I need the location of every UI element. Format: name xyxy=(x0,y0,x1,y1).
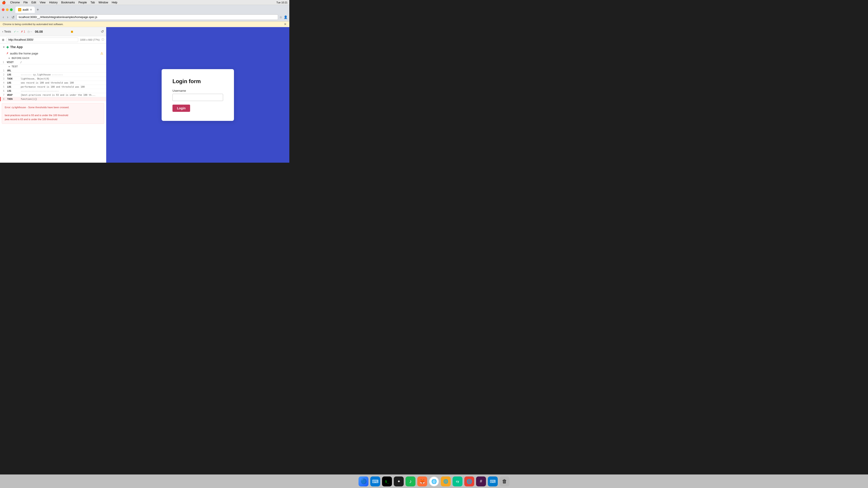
menu-bookmarks[interactable]: Bookmarks xyxy=(61,1,75,4)
before-each-commands: 1 VISIT / xyxy=(0,60,106,64)
command-row-log2[interactable]: 4 LOG seo record is 100 and threshold wa… xyxy=(0,81,106,85)
info-icon: ⓘ xyxy=(101,38,104,41)
command-row-then-highlighted[interactable]: 8 THEN function(){} xyxy=(0,97,106,101)
back-to-tests-button[interactable]: ‹ Tests xyxy=(2,30,11,33)
cmd-type: LOG xyxy=(6,81,20,85)
cmd-type: TASK xyxy=(6,77,20,81)
tab-favicon: cy xyxy=(18,8,21,11)
cmd-detail: [best-practices record is 93 and is unde… xyxy=(20,93,106,97)
command-row-log4[interactable]: 6 LOG ---------------------------- xyxy=(0,89,106,93)
pass-stat: ✓ -- xyxy=(14,30,19,33)
suite-chevron-icon[interactable]: ▼ xyxy=(3,46,5,48)
cmd-detail: function(){} xyxy=(20,97,106,101)
fail-count: 1 xyxy=(24,30,25,33)
test-name-label: audits the home page xyxy=(10,52,38,55)
forward-button[interactable]: › xyxy=(6,15,9,20)
automation-banner: Chrome is being controlled by automated … xyxy=(0,22,289,27)
menu-edit[interactable]: Edit xyxy=(31,1,36,4)
cmd-num: 2 xyxy=(0,73,6,77)
suite-status-icon: ◆ xyxy=(6,45,9,49)
close-button[interactable] xyxy=(2,8,4,11)
test-fail-icon: ✗ xyxy=(6,52,8,55)
menu-history[interactable]: History xyxy=(49,1,58,4)
menubar-right: Tue 10:21 xyxy=(276,1,287,4)
before-each-label: BEFORE EACH xyxy=(11,57,29,59)
test-tree: ▼ ◆ The App ✗ audits the home page ⚠ ▼ B… xyxy=(0,43,106,163)
cypress-toolbar: ‹ Tests ✓ -- ✗ 1 ◷ -- 06.08 ⏹ ↺ xyxy=(0,27,106,36)
command-row-task[interactable]: 3 TASK lighthouse, Object{4} xyxy=(0,77,106,81)
cmd-num: 7 xyxy=(0,93,6,97)
tab-bar: cy audit ✕ + xyxy=(0,5,289,13)
stop-button[interactable]: ⏹ xyxy=(70,30,73,33)
cmd-num: 1 xyxy=(0,69,6,73)
cmd-type: WRAP xyxy=(6,93,20,97)
maximize-button[interactable] xyxy=(10,8,13,11)
cmd-detail: performance record is 100 and threshold … xyxy=(20,85,106,89)
menu-window[interactable]: Window xyxy=(98,1,108,4)
command-row-log3[interactable]: 5 LOG performance record is 100 and thre… xyxy=(0,85,106,89)
test-item[interactable]: ✗ audits the home page ⚠ xyxy=(0,51,106,56)
minimize-button[interactable] xyxy=(6,8,8,11)
fail-stat: ✗ 1 xyxy=(21,30,25,33)
command-row-wrap[interactable]: 7 WRAP [best-practices record is 93 and … xyxy=(0,93,106,97)
suite-name: The App xyxy=(10,45,23,49)
command-row-log1[interactable]: 2 LOG -------- cy.lighthouse -------- xyxy=(0,73,106,77)
menu-people[interactable]: People xyxy=(79,1,87,4)
new-tab-button[interactable]: + xyxy=(37,7,39,12)
test-stats: ✓ -- ✗ 1 ◷ -- xyxy=(14,30,32,33)
app-panel: Login form Username Login xyxy=(106,27,289,163)
cmd-type: LOG xyxy=(6,85,20,89)
tab-close-icon[interactable]: ✕ xyxy=(30,8,32,11)
menu-chrome[interactable]: Chrome xyxy=(10,1,20,4)
before-each-header[interactable]: ▼ BEFORE EACH xyxy=(0,56,106,60)
cypress-url-bar: ⊕ 1000 x 660 (77%) ⓘ xyxy=(0,36,106,43)
pending-count: -- xyxy=(30,30,32,33)
main-area: ‹ Tests ✓ -- ✗ 1 ◷ -- 06.08 ⏹ ↺ xyxy=(0,27,289,163)
active-tab[interactable]: cy audit ✕ xyxy=(16,6,35,13)
cmd-num: 5 xyxy=(0,85,6,89)
target-icon: ⊕ xyxy=(2,38,4,41)
cmd-num: 6 xyxy=(0,89,6,93)
cmd-detail xyxy=(20,69,106,73)
pass-count: -- xyxy=(17,30,19,33)
pending-icon: ◷ xyxy=(27,30,30,33)
test-section-header[interactable]: ▼ TEST xyxy=(0,64,106,69)
menu-help[interactable]: Help xyxy=(112,1,117,4)
back-icon: ‹ xyxy=(2,30,3,33)
username-input[interactable] xyxy=(173,94,223,101)
check-icon: ✓ xyxy=(14,30,16,33)
username-label: Username xyxy=(173,89,223,92)
menubar-time: Tue 10:21 xyxy=(276,1,287,4)
reload-button[interactable]: ↺ xyxy=(101,29,104,34)
address-input[interactable] xyxy=(17,14,278,20)
cmd-detail: / xyxy=(19,60,106,64)
error-box: Error: cy.lighthouse - Some thresholds h… xyxy=(2,103,104,124)
profile-icon[interactable]: 👤 xyxy=(284,15,287,19)
warning-icon: ⚠ xyxy=(100,52,103,55)
error-detail-1: best-practices record is 93 and is under… xyxy=(5,113,101,118)
cmd-num: 1 xyxy=(0,60,5,64)
menu-tab[interactable]: Tab xyxy=(90,1,95,4)
apple-menu[interactable]: 🍎 xyxy=(2,1,6,4)
login-button[interactable]: Login xyxy=(173,105,190,112)
cmd-detail: seo record is 100 and threshold was 100 xyxy=(20,81,106,85)
preview-url-input[interactable] xyxy=(6,37,78,42)
login-form-title: Login form xyxy=(173,78,223,85)
back-button[interactable]: ‹ xyxy=(2,15,5,20)
command-row-url[interactable]: 1 URL xyxy=(0,69,106,73)
cmd-type: URL xyxy=(6,69,20,73)
bookmark-icon[interactable]: ☆ xyxy=(279,15,282,19)
cmd-detail: -------- cy.lighthouse -------- xyxy=(20,73,106,77)
command-row[interactable]: 1 VISIT / xyxy=(0,60,106,64)
automation-banner-close[interactable]: ✕ xyxy=(284,22,287,26)
error-title: Error: cy.lighthouse - Some thresholds h… xyxy=(5,105,101,109)
before-each-chevron-icon: ▼ xyxy=(8,57,10,59)
cmd-type: VISIT xyxy=(5,60,19,64)
cmd-type: LOG xyxy=(6,89,20,93)
pending-stat: ◷ -- xyxy=(27,30,32,33)
menu-view[interactable]: View xyxy=(40,1,46,4)
menu-file[interactable]: File xyxy=(24,1,28,4)
traffic-lights xyxy=(2,8,13,11)
refresh-button[interactable]: ↺ xyxy=(11,15,16,20)
error-detail-2: pwa record is 63 and is under the 100 th… xyxy=(5,118,101,122)
